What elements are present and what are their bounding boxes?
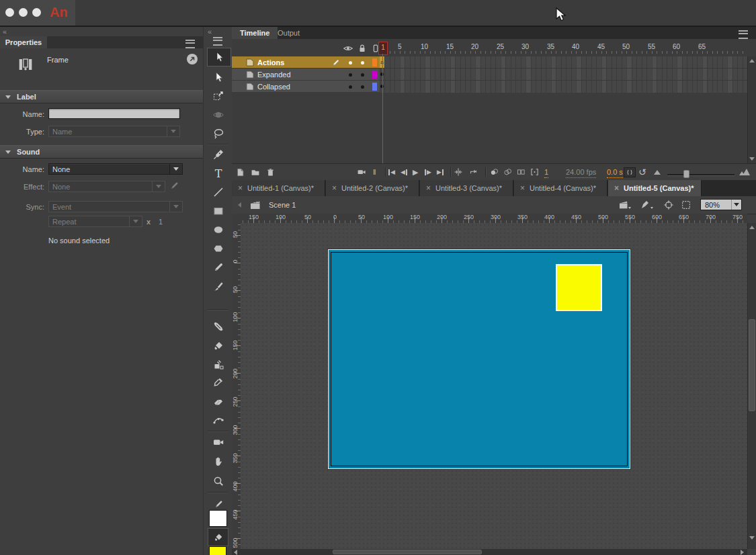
canvas-vertical-scrollbar[interactable]: [747, 223, 756, 549]
close-tab-icon[interactable]: ×: [614, 183, 619, 193]
eraser-tool[interactable]: [210, 393, 227, 409]
layer-lock-dot[interactable]: [361, 73, 364, 77]
rectangle-tool[interactable]: [210, 203, 227, 219]
layer-row-collapsed[interactable]: Collapsed: [232, 81, 380, 93]
sound-sync-dropdown[interactable]: Event: [48, 201, 183, 212]
scroll-left-icon[interactable]: [234, 550, 237, 555]
center-frame-button[interactable]: [454, 167, 463, 177]
layer-lock-dot[interactable]: [361, 85, 364, 89]
pen-tool[interactable]: [210, 146, 227, 163]
label-type-dropdown[interactable]: Name: [48, 126, 180, 137]
playhead-line[interactable]: [382, 54, 383, 163]
go-to-last-frame-button[interactable]: ▶: [437, 167, 444, 177]
layer-outline-color-swatch[interactable]: [372, 83, 377, 91]
layer-visibility-dot[interactable]: [349, 73, 352, 77]
frame-rate-field[interactable]: 24.00 fps: [566, 167, 596, 178]
play-button[interactable]: ▶: [413, 167, 418, 177]
go-to-first-frame-button[interactable]: ◀: [388, 167, 395, 177]
back-to-document-icon[interactable]: [238, 202, 241, 208]
window-close-button[interactable]: [5, 8, 14, 17]
layer-lock-dot[interactable]: [361, 61, 364, 65]
scroll-right-icon[interactable]: [741, 550, 744, 555]
delete-layer-button[interactable]: [265, 167, 276, 177]
window-minimize-button[interactable]: [19, 8, 28, 17]
edit-envelope-pencil-icon[interactable]: [169, 181, 179, 191]
doc-tab-untitled-5[interactable]: × Untitled-5 (Canvas)*: [608, 180, 702, 196]
section-sound[interactable]: Sound: [0, 145, 203, 159]
step-back-button[interactable]: ◀: [401, 167, 407, 177]
center-stage-icon[interactable]: [663, 200, 674, 210]
frame-grid[interactable]: a: [380, 56, 747, 93]
panel-menu-icon[interactable]: [185, 40, 195, 48]
ink-bottle-tool[interactable]: [210, 357, 227, 373]
tab-output[interactable]: Output: [269, 27, 308, 39]
edit-symbols-icon[interactable]: [640, 200, 654, 210]
3d-rotation-tool[interactable]: [210, 107, 227, 123]
panel-menu-icon[interactable]: [739, 30, 748, 39]
current-frame-field[interactable]: 1: [544, 167, 548, 178]
edit-multiple-frames-button[interactable]: [516, 167, 526, 177]
panel-menu-icon[interactable]: [213, 37, 222, 46]
close-tab-icon[interactable]: ×: [426, 183, 431, 193]
scroll-down-icon[interactable]: [749, 157, 755, 161]
layer-visibility-dot[interactable]: [349, 85, 352, 89]
layer-outline-color-swatch[interactable]: [372, 71, 377, 79]
lasso-tool[interactable]: [210, 126, 227, 142]
collapse-panel-icon[interactable]: «: [3, 28, 6, 36]
brush-tool[interactable]: [210, 278, 227, 294]
scroll-down-icon[interactable]: [749, 536, 755, 540]
asset-warp-tool[interactable]: [210, 412, 227, 428]
scroll-up-icon[interactable]: [749, 226, 755, 229]
selection-tool[interactable]: [207, 48, 231, 67]
fill-color-button[interactable]: [208, 528, 228, 546]
tab-properties[interactable]: Properties: [0, 36, 47, 48]
paint-bucket-tool[interactable]: [210, 338, 227, 354]
timeline-vertical-scrollbar[interactable]: [747, 56, 756, 163]
window-zoom-button[interactable]: [32, 8, 41, 17]
timeline-zoom-slider-thumb[interactable]: [683, 170, 689, 178]
vertical-scroll-thumb[interactable]: [749, 319, 755, 411]
oval-tool[interactable]: [210, 222, 227, 238]
canvas-horizontal-scrollbar[interactable]: [232, 549, 747, 555]
polystar-tool[interactable]: [210, 241, 227, 257]
playhead-frame-indicator[interactable]: 1: [378, 42, 388, 55]
section-label[interactable]: Label: [0, 90, 203, 103]
bone-tool[interactable]: [210, 318, 227, 335]
edit-scene-icon[interactable]: [618, 200, 632, 210]
help-link-icon[interactable]: [186, 53, 198, 65]
reset-timeline-zoom-button[interactable]: ↺: [638, 167, 646, 177]
layer-row-expanded[interactable]: Expanded: [232, 69, 380, 81]
clip-content-outside-stage-icon[interactable]: [681, 200, 691, 210]
layer-row-actions[interactable]: Actions: [232, 56, 380, 69]
elapsed-time-field[interactable]: 0.0 s: [607, 167, 623, 178]
timeline-zoom-in-icon[interactable]: [739, 167, 750, 177]
repeat-times-value[interactable]: 1: [159, 218, 163, 226]
loop-playback-button[interactable]: [468, 167, 478, 177]
subselection-tool[interactable]: [210, 69, 227, 85]
new-layer-button[interactable]: [235, 167, 245, 177]
close-tab-icon[interactable]: ×: [238, 183, 243, 193]
frame-ruler[interactable]: 1 5 10 15 20 25 30 35 40 45 50 55 60 65: [380, 42, 747, 54]
pencil-tool[interactable]: [210, 259, 227, 275]
sound-name-dropdown[interactable]: None: [48, 163, 183, 175]
doc-tab-untitled-4[interactable]: × Untitled-4 (Canvas)*: [514, 180, 607, 196]
yellow-square-shape[interactable]: [556, 264, 602, 311]
camera-tool[interactable]: [210, 434, 227, 450]
fill-color-swatch[interactable]: [209, 546, 226, 555]
sound-repeat-dropdown[interactable]: Repeat: [48, 216, 142, 227]
free-transform-tool[interactable]: [210, 88, 227, 104]
onion-skin-outlines-button[interactable]: [503, 167, 513, 177]
close-tab-icon[interactable]: ×: [520, 183, 525, 193]
stage-zoom-dropdown[interactable]: 80%: [700, 199, 742, 210]
lock-unlock-all-layers-icon[interactable]: [357, 43, 368, 54]
loop-range-button[interactable]: [624, 167, 636, 177]
onion-skin-button[interactable]: [489, 167, 499, 177]
modify-markers-button[interactable]: [530, 167, 540, 177]
label-name-input[interactable]: [48, 108, 180, 119]
collapse-panel-icon[interactable]: «: [208, 28, 211, 36]
zoom-tool[interactable]: [210, 473, 227, 489]
doc-tab-untitled-3[interactable]: × Untitled-3 (Canvas)*: [420, 180, 513, 196]
show-hide-all-layers-icon[interactable]: [343, 43, 353, 54]
stroke-color-swatch[interactable]: [209, 510, 227, 527]
new-folder-button[interactable]: [250, 167, 261, 177]
